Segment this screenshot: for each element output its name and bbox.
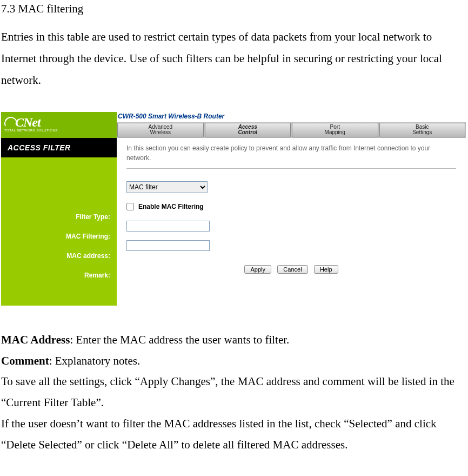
router-title: CWR-500 Smart Wireless-B Router bbox=[117, 112, 466, 122]
apply-button[interactable]: Apply bbox=[244, 265, 271, 274]
tab-label-bottom: Mapping bbox=[325, 130, 345, 136]
filter-type-select[interactable]: MAC filter bbox=[126, 181, 208, 193]
tab-basic-settings[interactable]: Basic Settings bbox=[379, 123, 466, 137]
comment-term: Comment bbox=[1, 354, 49, 367]
mac-address-def: : Enter the MAC address the user wants t… bbox=[70, 333, 289, 346]
router-screenshot: CNet TOTAL NETWORK SOLUTIONS CWR-500 Sma… bbox=[1, 112, 466, 306]
tab-access-control[interactable]: Access Control bbox=[205, 123, 291, 137]
tab-port-mapping[interactable]: Port Mapping bbox=[292, 123, 378, 137]
remark-input[interactable] bbox=[126, 240, 210, 251]
tab-bar: Advanced Wireless Access Control Port Ma… bbox=[117, 122, 466, 138]
section-heading: 7.3 MAC filtering bbox=[1, 2, 467, 16]
enable-mac-filtering-label: Enable MAC Filtering bbox=[138, 203, 204, 210]
brand-logo: CNet TOTAL NETWORK SOLUTIONS bbox=[1, 112, 117, 138]
label-remark: Remark: bbox=[1, 266, 117, 285]
brand-tagline: TOTAL NETWORK SOLUTIONS bbox=[4, 129, 117, 132]
mac-address-term: MAC Address bbox=[1, 333, 70, 346]
tab-label-bottom: Settings bbox=[412, 130, 432, 136]
label-mac-address: MAC address: bbox=[1, 246, 117, 266]
mac-address-input[interactable] bbox=[126, 221, 210, 232]
cancel-button[interactable]: Cancel bbox=[277, 265, 307, 274]
section-description: In this section you can easily create po… bbox=[126, 143, 456, 163]
button-row: Apply Cancel Help bbox=[126, 255, 456, 277]
brand-name: CNet bbox=[15, 115, 41, 129]
divider bbox=[126, 168, 456, 169]
post-description: MAC Address: Enter the MAC address the u… bbox=[1, 329, 467, 455]
comment-def: : Explanatory notes. bbox=[49, 354, 141, 367]
help-button[interactable]: Help bbox=[314, 265, 338, 274]
sidebar: ACCESS FILTER Filter Type: MAC Filtering… bbox=[1, 138, 117, 306]
enable-mac-filtering-checkbox[interactable] bbox=[126, 203, 134, 210]
delete-instructions: If the user doesn’t want to filter the M… bbox=[1, 413, 467, 455]
tab-label-bottom: Wireless bbox=[150, 130, 171, 136]
tab-advanced-wireless[interactable]: Advanced Wireless bbox=[117, 123, 204, 137]
label-filter-type: Filter Type: bbox=[1, 207, 117, 227]
tab-label-bottom: Control bbox=[238, 130, 257, 136]
save-instructions: To save all the settings, click “Apply C… bbox=[1, 371, 467, 413]
label-mac-filtering: MAC Filtering: bbox=[1, 227, 117, 246]
intro-paragraph: Entries in this table are used to restri… bbox=[1, 27, 467, 91]
sidebar-heading: ACCESS FILTER bbox=[1, 138, 117, 157]
